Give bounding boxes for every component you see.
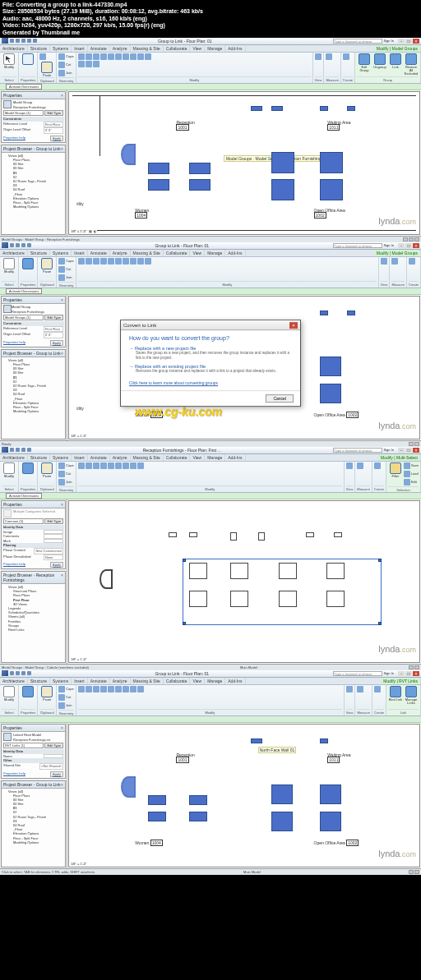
activate-dimensions-button[interactable]: Activate Dimensions (6, 288, 42, 294)
maximize-button[interactable]: □ (405, 243, 412, 248)
app-logo-icon[interactable] (2, 38, 8, 44)
instance-filter-select[interactable]: Model Groups (1) (3, 110, 44, 116)
tab-analyze[interactable]: Analyze (110, 45, 131, 52)
browser-close-icon[interactable]: × (61, 146, 63, 151)
modify-tool-button[interactable]: Modify (2, 258, 16, 274)
tab-modify-model-groups[interactable]: Modify | Model Groups (374, 45, 421, 52)
drawing-canvas[interactable]: Reception1001 Waiting Area1011 North Fac… (68, 724, 420, 867)
tab-annotate[interactable]: Annotate (88, 250, 110, 256)
tab-insert[interactable]: Insert (72, 250, 88, 256)
cope-button[interactable]: Cope (58, 53, 74, 60)
cut-button[interactable]: Cut (58, 62, 71, 68)
app-logo-icon[interactable] (2, 670, 8, 676)
tab-view[interactable]: View (190, 250, 205, 256)
tab-structure[interactable]: Structure (28, 45, 50, 52)
browser-tree[interactable]: Views (all) Floor Plans 00 Site 00 Site … (2, 153, 65, 209)
minimize-button[interactable]: - (398, 243, 405, 248)
help-search-input[interactable]: Type a keyword or phrase (333, 39, 382, 44)
copy-icon[interactable] (93, 53, 99, 60)
rotate-icon[interactable] (100, 53, 107, 60)
edit-group-button[interactable]: Edit Group (357, 53, 372, 72)
drawing-canvas[interactable]: 1/8" = 1'-0" lynda.com (68, 500, 420, 663)
link-button[interactable]: Link (388, 53, 403, 69)
maximize-button[interactable]: □ (405, 39, 412, 44)
delete-icon[interactable] (93, 61, 99, 67)
paste-button[interactable]: Paste (39, 258, 54, 274)
ref-level-value[interactable]: First Floor (44, 122, 63, 128)
option-new-project[interactable]: Replace with a new project fileSaves the… (129, 347, 292, 361)
visual-style-icon[interactable]: ◐ (94, 229, 96, 233)
qat-icon[interactable] (16, 243, 20, 247)
close-button[interactable]: × (413, 243, 419, 248)
tab-addins[interactable]: Add-Ins (225, 45, 245, 52)
origin-offset-value[interactable]: 0' 0" (44, 127, 63, 134)
qat-icon[interactable] (10, 243, 14, 247)
properties-close-icon[interactable]: × (61, 93, 63, 98)
activate-dimensions-button[interactable]: Activate Dimensions (6, 84, 42, 90)
tab-addins[interactable]: Add-Ins (225, 250, 245, 256)
edit-type-button[interactable]: Edit Type (44, 110, 63, 116)
status-icon[interactable] (414, 237, 419, 242)
tab-annotate[interactable]: Annotate (88, 45, 110, 52)
tab-collaborate[interactable]: Collaborate (164, 45, 191, 52)
tab-modify-model-groups[interactable]: Modify | Model Groups (374, 250, 421, 256)
tab-manage[interactable]: Manage (205, 250, 225, 256)
detail-level-icon[interactable]: ▦ (89, 229, 92, 233)
qat-redo-icon[interactable] (27, 39, 31, 43)
measure-icon[interactable] (326, 53, 332, 60)
join-button[interactable]: Join (58, 70, 72, 76)
properties-button[interactable] (21, 258, 35, 269)
pin-icon[interactable] (86, 61, 92, 67)
tab-insert[interactable]: Insert (72, 45, 88, 52)
create-icon[interactable] (343, 53, 349, 60)
filter-button[interactable]: Filter (388, 462, 403, 478)
trim-icon[interactable] (115, 53, 122, 60)
manage-links-button[interactable]: Manage Links (404, 686, 419, 705)
tab-systems[interactable]: Systems (50, 45, 72, 52)
apply-button[interactable]: Apply (50, 136, 63, 141)
tab-manage[interactable]: Manage (205, 45, 225, 52)
mirror-icon[interactable] (108, 53, 114, 60)
dialog-learn-more-link[interactable]: Click here to learn more about convertin… (129, 380, 292, 385)
type-selector[interactable]: Model GroupReception Furnishings (2, 305, 64, 314)
move-icon[interactable] (86, 53, 92, 60)
properties-button[interactable] (21, 53, 35, 65)
option-existing-project[interactable]: Replace with an existing project fileRem… (129, 364, 292, 373)
tab-collaborate[interactable]: Collaborate (164, 250, 191, 256)
align-icon[interactable] (145, 53, 151, 60)
qat-icon[interactable] (21, 243, 25, 247)
scale-icon[interactable] (137, 53, 144, 60)
paste-button[interactable]: Paste (39, 62, 54, 77)
dialog-close-button[interactable]: × (289, 322, 298, 329)
properties-help-link[interactable]: Properties help (3, 136, 25, 141)
tab-massing[interactable]: Massing & Site (131, 250, 164, 256)
save-selection-button[interactable]: Save (404, 462, 419, 469)
minimize-button[interactable]: - (398, 39, 405, 44)
drawing-canvas[interactable]: Reception1001 Waiting Area1011 Model Gro… (68, 91, 420, 235)
close-button[interactable]: × (413, 39, 419, 44)
browser-tree[interactable]: Views (all) Floor Plans 00 Site00 Site 0… (2, 357, 65, 414)
tab-analyze[interactable]: Analyze (110, 250, 131, 256)
tab-view[interactable]: View (190, 45, 205, 52)
status-model[interactable]: Main Model (240, 665, 257, 669)
tab-structure[interactable]: Structure (28, 250, 50, 256)
offset-icon[interactable] (78, 61, 85, 67)
view-icon[interactable] (315, 53, 322, 60)
paste-icon[interactable] (39, 53, 46, 60)
app-logo-icon[interactable] (2, 242, 8, 248)
help-search-input[interactable]: Type a keyword or phrase (333, 243, 382, 248)
status-filter-icon[interactable] (409, 237, 414, 242)
tab-modify-multiselect[interactable]: Modify | Multi-Select (378, 454, 421, 461)
type-selector[interactable]: Model GroupReception Furnishings (2, 100, 64, 109)
dialog-titlebar[interactable]: Convert to Link× (121, 321, 300, 331)
tab-systems[interactable]: Systems (50, 250, 72, 256)
sign-in-link[interactable]: Sign In (384, 243, 394, 247)
tab-massing[interactable]: Massing & Site (131, 45, 164, 52)
array-icon[interactable] (130, 53, 136, 60)
restore-excluded-button[interactable]: Restore All Excluded (404, 53, 419, 76)
split-icon[interactable] (123, 53, 129, 60)
dialog-cancel-button[interactable]: Cancel (266, 394, 294, 403)
qat-open-icon[interactable] (10, 39, 14, 43)
tab-modify-rvt-links[interactable]: Modify | RVT Links (381, 678, 421, 684)
qat-undo-icon[interactable] (21, 39, 25, 43)
